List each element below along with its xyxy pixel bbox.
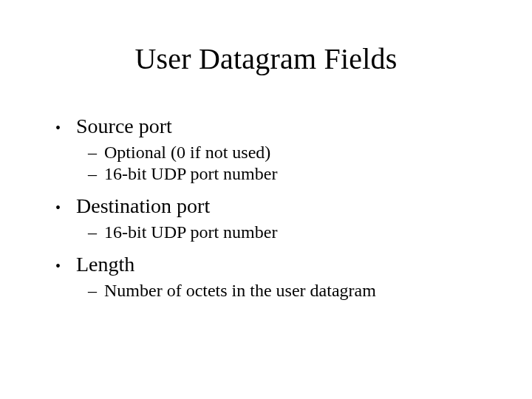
sublist-item: – Optional (0 if not used)	[88, 143, 488, 163]
list-item: • Source port	[55, 115, 488, 138]
slide-title: User Datagram Fields	[0, 41, 532, 76]
dash-icon: –	[88, 281, 104, 301]
list-item: • Destination port	[55, 194, 488, 218]
dash-icon: –	[88, 143, 104, 163]
sublist-item: – Number of octets in the user datagram	[88, 281, 488, 301]
sublist-item-label: 16-bit UDP port number	[104, 164, 277, 184]
dash-icon: –	[88, 164, 104, 184]
bullet-icon: •	[55, 256, 76, 276]
sublist-item-label: Number of octets in the user datagram	[104, 281, 376, 301]
sublist-item: – 16-bit UDP port number	[88, 222, 488, 242]
dash-icon: –	[88, 222, 104, 242]
bullet-icon: •	[55, 197, 76, 218]
sublist-item-label: 16-bit UDP port number	[104, 222, 277, 242]
sublist-item: – 16-bit UDP port number	[88, 164, 488, 184]
sublist-item-label: Optional (0 if not used)	[104, 143, 270, 163]
slide: User Datagram Fields • Source port – Opt…	[0, 0, 532, 399]
bullet-icon: •	[55, 117, 76, 138]
list-item: • Length	[55, 253, 488, 276]
list-item-label: Source port	[76, 115, 172, 138]
list-item-label: Destination port	[76, 194, 210, 218]
slide-body: • Source port – Optional (0 if not used)…	[55, 115, 488, 302]
list-item-label: Length	[76, 253, 134, 276]
